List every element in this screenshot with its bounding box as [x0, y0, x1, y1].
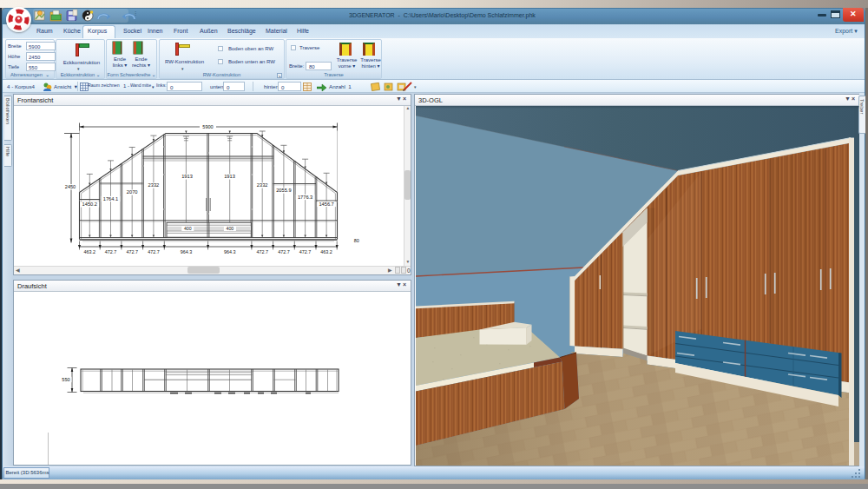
svg-text:472.7: 472.7 — [148, 249, 160, 254]
svg-text:1776.3: 1776.3 — [298, 195, 312, 200]
svg-text:400: 400 — [227, 226, 234, 231]
svg-text:550: 550 — [62, 377, 69, 382]
svg-text:1913: 1913 — [181, 174, 193, 179]
svg-text:2332: 2332 — [148, 182, 160, 188]
svg-text:964.3: 964.3 — [181, 249, 193, 254]
svg-text:1764.1: 1764.1 — [103, 196, 118, 202]
svg-text:472.7: 472.7 — [256, 249, 268, 254]
svg-text:1456.7: 1456.7 — [319, 202, 333, 207]
svg-text:964.3: 964.3 — [224, 249, 236, 254]
svg-text:5900: 5900 — [202, 124, 213, 129]
svg-text:400: 400 — [184, 226, 192, 231]
svg-text:472.7: 472.7 — [126, 249, 138, 254]
svg-text:472.7: 472.7 — [105, 249, 117, 254]
svg-text:⋮: ⋮ — [133, 10, 138, 16]
svg-text:1450.2: 1450.2 — [82, 202, 97, 207]
svg-text:2450: 2450 — [65, 184, 76, 189]
svg-text:2070: 2070 — [127, 189, 138, 195]
svg-text:472.7: 472.7 — [278, 249, 290, 254]
svg-text:80: 80 — [354, 238, 359, 243]
svg-text:2332: 2332 — [257, 182, 268, 188]
svg-text:1913: 1913 — [224, 174, 235, 179]
svg-text:472.7: 472.7 — [299, 249, 312, 254]
svg-text:2055.9: 2055.9 — [276, 188, 291, 193]
svg-text:463.2: 463.2 — [84, 249, 96, 254]
svg-text:463.2: 463.2 — [320, 249, 332, 254]
